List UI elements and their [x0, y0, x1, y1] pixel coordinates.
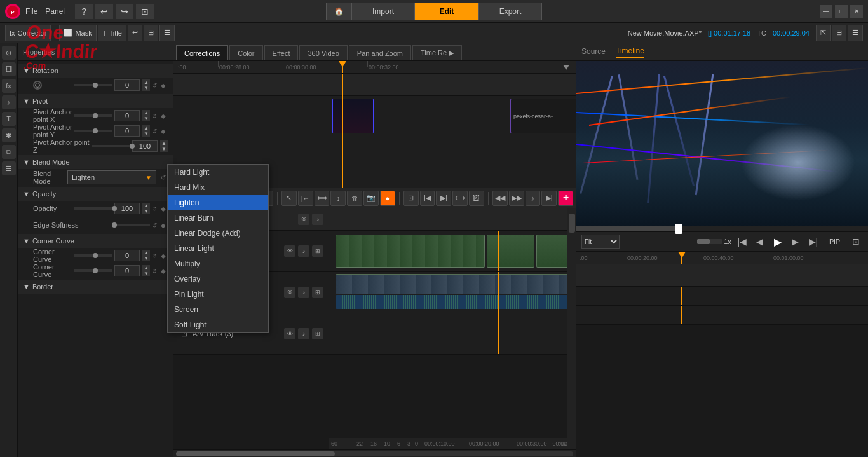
preview-tab-timeline[interactable]: Timeline	[616, 46, 644, 58]
win-minimize[interactable]: —	[820, 5, 832, 18]
blend-mode-header[interactable]: ▼ Blend Mode	[18, 155, 173, 169]
rotation-up[interactable]: ▲	[142, 79, 150, 85]
pivot-x-down[interactable]: ▼	[142, 116, 150, 121]
corner-curve-down1[interactable]: ▼	[142, 256, 150, 261]
opacity-slider[interactable]	[74, 207, 112, 210]
blend-item-soft-light[interactable]: Soft Light	[168, 317, 268, 332]
track2-audio-btn[interactable]: ♪	[298, 287, 309, 298]
pivot-x-up[interactable]: ▲	[142, 110, 150, 116]
rotation-header[interactable]: ▼ Rotation	[18, 64, 173, 78]
settings-btn[interactable]: ☰	[848, 25, 863, 41]
pivot-x-reset[interactable]: ↺	[150, 111, 159, 120]
menu-file[interactable]: File	[25, 7, 37, 16]
track1-vis-btn[interactable]: 👁	[284, 245, 295, 257]
sidebar-btn-title[interactable]: T	[2, 112, 16, 126]
edge-softness-slider[interactable]	[112, 224, 150, 226]
opacity-reset[interactable]: ↺	[150, 204, 159, 213]
clip-overlay-1[interactable]	[332, 99, 374, 133]
track-tool-cut[interactable]: |←	[298, 191, 313, 206]
pivot-y-up[interactable]: ▲	[142, 125, 150, 131]
tab-corrections[interactable]: Corrections	[176, 45, 228, 60]
track1-audio-btn[interactable]: ♪	[298, 245, 309, 257]
toolbar-icon1[interactable]: ↩	[128, 25, 142, 41]
toolbar-mask[interactable]: ⬜ Mask	[59, 25, 96, 41]
ctrl-next-frame[interactable]: ▶	[789, 235, 803, 249]
ctrl-go-end[interactable]: ▶|	[806, 235, 820, 249]
ctrl-fullscreen[interactable]: ⊡	[849, 235, 863, 249]
track-tool-expand[interactable]: ⟷	[452, 191, 468, 206]
corner-curve-input1[interactable]: 0	[114, 250, 140, 261]
pivot-y-anim[interactable]: ◆	[159, 126, 168, 135]
corner-curve-slider2[interactable]	[74, 269, 112, 272]
blend-item-lighten[interactable]: Lighten	[168, 195, 268, 210]
track2-expand-btn[interactable]: ⊞	[312, 287, 323, 298]
track-tool-camera[interactable]: 📷	[363, 191, 379, 206]
sidebar-btn-export[interactable]: ✱	[2, 128, 16, 142]
blend-item-pin-light[interactable]: Pin Light	[168, 287, 268, 302]
rotation-input[interactable]: 0	[114, 79, 140, 91]
ctrl-prev-frame[interactable]: ◀	[753, 235, 767, 249]
blend-item-linear-light[interactable]: Linear Light	[168, 241, 268, 256]
sidebar-btn-fx[interactable]: fx	[2, 79, 16, 93]
pivot-y-reset[interactable]: ↺	[150, 126, 159, 135]
track-tool-prev[interactable]: ◀◀	[492, 191, 508, 206]
corner-curve-header[interactable]: ▼ Corner Curve	[18, 234, 173, 248]
video-clip-1a[interactable]	[336, 235, 485, 268]
toolbar-icon3[interactable]: ☰	[159, 25, 175, 41]
source-btn[interactable]: ⊟	[832, 25, 846, 41]
nav-export-btn[interactable]: Export	[478, 3, 542, 20]
nav-edit-btn[interactable]: Edit	[415, 3, 478, 20]
toolbar-undo[interactable]: ↩	[95, 4, 113, 19]
audio-wave-2a[interactable]	[336, 295, 567, 309]
corner-curve-up2[interactable]: ▲	[142, 265, 150, 271]
opacity-input[interactable]: 100	[114, 203, 140, 214]
rotation-down[interactable]: ▼	[142, 85, 150, 91]
clip-overlay-2[interactable]: pexels-cesar-a-...	[510, 99, 576, 133]
tab-effect[interactable]: Effect	[264, 45, 299, 60]
track3-vis-btn[interactable]: 👁	[284, 328, 295, 339]
tab-360[interactable]: 360 Video	[299, 45, 347, 60]
pivot-x-slider[interactable]	[74, 114, 112, 117]
track-tool-go-end[interactable]: ▶|	[436, 191, 451, 206]
win-maximize[interactable]: □	[835, 5, 848, 18]
sidebar-btn-transitions[interactable]: ⧉	[2, 145, 16, 159]
corner-curve-input2[interactable]: 0	[114, 265, 140, 276]
ctrl-play[interactable]: ▶	[771, 235, 785, 249]
track-tool-delete[interactable]: 🗑	[347, 191, 362, 206]
rotation-slider[interactable]	[74, 84, 112, 86]
corner-curve-reset2[interactable]: ↺	[150, 266, 159, 275]
video-clip-1c[interactable]	[536, 235, 567, 268]
vertical-scrollbar[interactable]	[567, 208, 576, 449]
track-tool-cursor[interactable]: ↖	[281, 191, 297, 206]
track1-expand-btn[interactable]: ⊞	[312, 245, 323, 257]
pivot-y-slider[interactable]	[74, 130, 112, 132]
track3-expand-btn[interactable]: ⊞	[312, 328, 323, 339]
blend-item-multiply[interactable]: Multiply	[168, 256, 268, 271]
corner-curve-down2[interactable]: ▼	[142, 271, 150, 276]
blend-item-screen[interactable]: Screen	[168, 302, 268, 317]
track-tool-insert[interactable]: ↕	[330, 191, 346, 206]
rotation-anim-btn[interactable]: ◆	[159, 81, 168, 90]
rotation-reset-icon[interactable]	[33, 81, 42, 90]
solo-vis-btn[interactable]: 👁	[298, 214, 309, 225]
pivot-z-input[interactable]: 100	[132, 140, 158, 152]
opacity-header[interactable]: ▼ Opacity	[18, 187, 173, 201]
track3-audio-btn[interactable]: ♪	[298, 328, 309, 339]
blend-reset-btn[interactable]: ↺	[159, 173, 168, 182]
horizontal-scrollbar[interactable]	[173, 449, 576, 457]
toolbar-effects[interactable]: fx Corrector	[5, 25, 51, 41]
preview-progress-bar[interactable]	[576, 226, 868, 231]
sidebar-btn-home[interactable]: ⊙	[2, 46, 16, 60]
win-close[interactable]: ✕	[850, 5, 863, 18]
pivot-z-up[interactable]: ▲	[160, 140, 168, 146]
rotation-reset-btn[interactable]: ↺	[150, 81, 159, 90]
tab-color[interactable]: Color	[229, 45, 262, 60]
tab-time-re[interactable]: Time Re ▶	[412, 45, 462, 60]
opacity-up[interactable]: ▲	[142, 203, 150, 208]
blend-item-linear-dodge[interactable]: Linear Dodge (Add)	[168, 226, 268, 241]
track-tool-cross[interactable]: ✚	[558, 191, 573, 206]
corner-curve-anim1[interactable]: ◆	[159, 251, 168, 260]
track-tool-trim[interactable]: ⟺	[315, 191, 330, 206]
pivot-x-anim[interactable]: ◆	[159, 111, 168, 120]
toolbar-redo[interactable]: ↪	[116, 4, 133, 19]
